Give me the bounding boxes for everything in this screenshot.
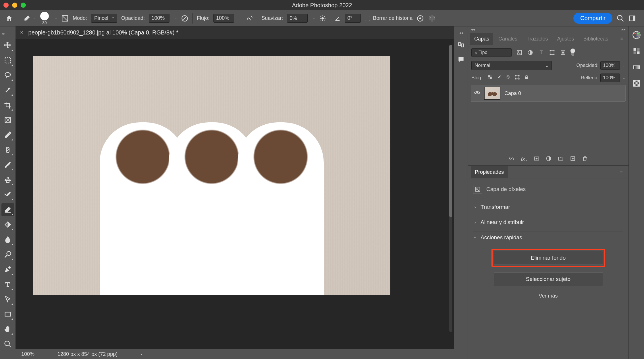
close-window-button[interactable] xyxy=(3,3,9,8)
filter-shape-icon[interactable] xyxy=(549,49,555,56)
search-icon[interactable] xyxy=(616,14,624,22)
history-panel-icon[interactable] xyxy=(457,41,465,49)
remove-background-button[interactable]: Eliminar fondo xyxy=(494,251,603,265)
canvas-viewport[interactable] xyxy=(16,39,454,349)
blur-tool[interactable] xyxy=(1,233,14,246)
blend-mode-select[interactable]: Normal xyxy=(471,61,552,70)
zoom-level[interactable]: 100% xyxy=(21,351,34,357)
adjustment-layer-icon[interactable] xyxy=(546,156,552,163)
chevron-down-icon[interactable]: ⌄ xyxy=(623,64,625,67)
transform-section-header[interactable]: › Transformar xyxy=(473,201,623,213)
fill-input[interactable]: 100% xyxy=(600,74,620,82)
workspace-switcher[interactable]: ⌄ xyxy=(628,15,641,22)
patterns-panel-icon[interactable] xyxy=(632,79,641,88)
toolbar-expand-icon[interactable]: ▸▸ xyxy=(0,32,5,36)
filter-pixel-icon[interactable] xyxy=(516,49,522,56)
chevron-down-icon[interactable]: ⌄ xyxy=(55,17,57,20)
layer-opacity-input[interactable]: 100% xyxy=(600,61,620,70)
minimize-window-button[interactable] xyxy=(12,3,17,8)
flow-input[interactable]: 100% xyxy=(213,14,234,23)
tab-adjustments[interactable]: Ajustes xyxy=(553,33,578,45)
lock-transparency-icon[interactable] xyxy=(487,75,492,81)
move-tool[interactable] xyxy=(1,39,14,52)
quick-actions-section-header[interactable]: › Acciones rápidas xyxy=(473,231,623,244)
layer-visibility-toggle[interactable] xyxy=(474,90,480,97)
lock-position-icon[interactable] xyxy=(506,75,511,81)
panel-menu-icon[interactable]: ≡ xyxy=(617,169,626,175)
hand-tool[interactable] xyxy=(1,323,14,335)
expand-dock-icon[interactable]: ◂◂ xyxy=(459,30,463,35)
lock-image-icon[interactable] xyxy=(496,75,502,81)
status-flyout-icon[interactable]: › xyxy=(140,352,142,356)
lock-artboard-icon[interactable] xyxy=(515,75,520,81)
filter-smartobject-icon[interactable] xyxy=(560,49,566,56)
type-tool[interactable] xyxy=(1,278,14,291)
delete-layer-icon[interactable] xyxy=(582,156,588,163)
chevron-down-icon[interactable]: ⌄ xyxy=(175,17,177,20)
angle-input[interactable]: 0° xyxy=(345,14,361,23)
gradients-panel-icon[interactable] xyxy=(632,63,641,72)
color-panel-icon[interactable] xyxy=(632,30,641,40)
lock-all-icon[interactable] xyxy=(524,75,529,81)
frame-tool[interactable] xyxy=(1,114,14,126)
clone-stamp-tool[interactable] xyxy=(1,173,14,186)
pressure-opacity-icon[interactable] xyxy=(181,15,188,22)
chevron-down-icon[interactable]: ⌄ xyxy=(313,17,315,20)
mode-select[interactable]: Pincel xyxy=(91,14,117,23)
maximize-window-button[interactable] xyxy=(21,3,26,8)
eyedropper-tool[interactable] xyxy=(1,129,14,141)
rectangle-tool[interactable] xyxy=(1,308,14,321)
vertical-scrollbar-thumb[interactable] xyxy=(449,45,452,217)
magic-wand-tool[interactable] xyxy=(1,84,14,96)
brush-settings-toggle[interactable] xyxy=(61,15,69,22)
crop-tool[interactable] xyxy=(1,99,14,111)
opacity-input[interactable]: 100% xyxy=(149,14,169,23)
path-selection-tool[interactable] xyxy=(1,293,14,306)
airbrush-icon[interactable] xyxy=(246,15,253,22)
canvas-image[interactable] xyxy=(33,56,390,295)
tab-channels[interactable]: Canales xyxy=(494,33,521,45)
select-subject-button[interactable]: Seleccionar sujeto xyxy=(494,272,603,286)
filter-type-icon[interactable]: T xyxy=(538,49,544,56)
smoothing-options-icon[interactable] xyxy=(319,15,326,22)
panel-menu-icon[interactable]: ≡ xyxy=(617,36,626,42)
tab-libraries[interactable]: Bibliotecas xyxy=(579,33,612,45)
tab-properties[interactable]: Propiedades xyxy=(471,166,508,178)
history-brush-tool[interactable] xyxy=(1,188,14,201)
collapse-panels-right-icon[interactable]: ▸▸ xyxy=(622,27,626,32)
brush-preset-picker[interactable]: 39 xyxy=(39,12,50,25)
new-layer-icon[interactable] xyxy=(570,156,576,163)
new-group-icon[interactable] xyxy=(558,156,564,163)
erase-history-checkbox[interactable] xyxy=(365,16,370,21)
comments-panel-icon[interactable] xyxy=(457,55,465,64)
tab-layers[interactable]: Capas xyxy=(470,33,493,45)
align-section-header[interactable]: › Alinear y distribuir xyxy=(473,216,623,228)
dodge-tool[interactable] xyxy=(1,248,14,261)
collapse-panels-left-icon[interactable]: ◂◂ xyxy=(471,27,475,32)
layer-thumbnail[interactable] xyxy=(484,87,500,100)
symmetry-icon[interactable] xyxy=(428,14,436,22)
layer-item[interactable]: Capa 0 xyxy=(471,85,626,102)
chevron-down-icon[interactable]: ⌄ xyxy=(239,17,242,20)
pressure-size-icon[interactable] xyxy=(417,15,424,22)
layer-name[interactable]: Capa 0 xyxy=(504,90,521,96)
brush-tool[interactable] xyxy=(1,159,14,171)
layer-style-icon[interactable]: fx⌄ xyxy=(521,156,527,162)
eraser-tool[interactable] xyxy=(1,203,14,216)
share-button[interactable]: Compartir xyxy=(573,13,612,24)
document-tab-title[interactable]: people-gb1b60d902_1280.jpg al 100% (Capa… xyxy=(28,29,179,36)
eraser-tool-icon[interactable]: ⌄ xyxy=(23,15,35,22)
vertical-scrollbar-track[interactable] xyxy=(449,45,452,332)
see-more-link[interactable]: Ver más xyxy=(539,291,558,299)
gradient-tool[interactable] xyxy=(1,218,14,231)
layer-mask-icon[interactable] xyxy=(534,156,539,163)
layer-filter-type-select[interactable]: Tipo xyxy=(471,48,512,57)
filter-toggle-switch[interactable] xyxy=(571,49,574,56)
close-tab-button[interactable]: × xyxy=(20,30,23,36)
filter-adjustment-icon[interactable] xyxy=(527,49,533,56)
lasso-tool[interactable] xyxy=(1,69,14,82)
swatches-panel-icon[interactable] xyxy=(632,47,641,56)
link-layers-icon[interactable] xyxy=(509,156,514,163)
home-button[interactable] xyxy=(3,13,15,24)
chevron-down-icon[interactable]: ⌄ xyxy=(623,76,625,80)
